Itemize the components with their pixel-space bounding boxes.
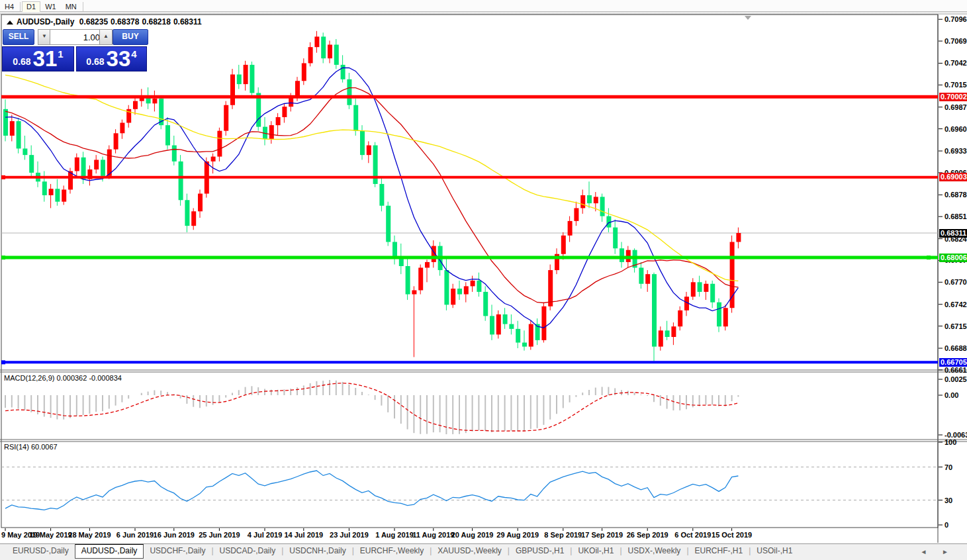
svg-text:0.67425: 0.67425 (944, 301, 967, 308)
svg-text:70: 70 (944, 463, 952, 471)
chart-tab-eurchf-h1[interactable]: EURCHF-,H1 (689, 544, 749, 558)
price-tag-0.68311: 0.68311 (939, 229, 967, 238)
svg-text:0.70695: 0.70695 (944, 37, 967, 45)
svg-text:0.002574: 0.002574 (944, 375, 967, 383)
svg-text:6 Jun 2019: 6 Jun 2019 (116, 531, 154, 539)
chart-svg[interactable]: 0.709650.706950.704200.701500.698750.696… (0, 0, 967, 560)
svg-text:17 Sep 2019: 17 Sep 2019 (581, 531, 623, 539)
svg-text:29 Aug 2019: 29 Aug 2019 (496, 531, 539, 539)
svg-text:4 Jul 2019: 4 Jul 2019 (248, 531, 283, 539)
chart-tab-usdcnh-daily[interactable]: USDCNH-,Daily (283, 544, 351, 558)
svg-text:0.70965: 0.70965 (944, 15, 967, 23)
symbol-period-label: AUDUSD-,Daily (17, 17, 74, 26)
svg-text:20 Aug 2019: 20 Aug 2019 (451, 531, 494, 539)
svg-text:0.67155: 0.67155 (944, 322, 967, 330)
chart-tab-audusd-daily[interactable]: AUDUSD-,Daily (75, 544, 144, 559)
volume-input[interactable] (50, 29, 106, 45)
chart-canvas[interactable]: 0.709650.706950.704200.701500.698750.696… (0, 0, 967, 560)
svg-text:15 Oct 2019: 15 Oct 2019 (712, 531, 752, 539)
svg-text:0.69605: 0.69605 (944, 125, 967, 133)
svg-text:28 May 2019: 28 May 2019 (68, 531, 111, 539)
chart-tab-usdx-weekly[interactable]: USDX-,Weekly (622, 544, 687, 558)
close-value: 0.68311 (173, 17, 202, 26)
svg-text:0.00: 0.00 (944, 391, 958, 399)
collapse-icon[interactable] (7, 21, 13, 24)
price-tag-0.68006: 0.68006 (939, 254, 967, 262)
chart-tab-usdchf-daily[interactable]: USDCHF-,Daily (144, 544, 211, 558)
svg-text:16 Jun 2019: 16 Jun 2019 (154, 531, 195, 539)
buy-price-prefix: 0.68 (86, 54, 104, 69)
chart-tab-usoil-h1[interactable]: USOil-,H1 (751, 544, 798, 558)
svg-text:0.66880: 0.66880 (944, 344, 967, 352)
svg-text:0.70420: 0.70420 (944, 59, 967, 67)
svg-text:1 Aug 2019: 1 Aug 2019 (375, 531, 414, 539)
symbol-tab-bar: EURUSD-,DailyAUDUSD-,DailyUSDCHF-,Daily|… (0, 543, 967, 560)
sell-price-prefix: 0.68 (13, 54, 30, 69)
chart-tab-ukoil-h1[interactable]: UKOil-,H1 (572, 544, 620, 558)
sell-quote-box[interactable]: 0.68 31 1 (2, 46, 74, 71)
svg-text:0.69330: 0.69330 (944, 147, 967, 155)
chart-tab-gbpusd-h1[interactable]: GBPUSD-,H1 (510, 544, 570, 558)
rsi-label: RSI(14) 60.0067 (4, 443, 58, 451)
high-value: 0.68378 (111, 17, 139, 26)
svg-text:25 Jun 2019: 25 Jun 2019 (199, 531, 240, 539)
svg-text:0: 0 (944, 521, 948, 529)
chart-tab-xauusd-weekly[interactable]: XAUUSD-,Weekly (432, 544, 507, 558)
macd-label: MACD(12,26,9) 0.000362 -0.000834 (4, 374, 122, 382)
price-tag-0.66705: 0.66705 (939, 358, 967, 367)
svg-text:0.67700: 0.67700 (944, 278, 967, 286)
svg-text:0.68515: 0.68515 (944, 212, 967, 220)
svg-text:14 Jul 2019: 14 Jul 2019 (284, 531, 323, 539)
svg-text:8 Sep 2019: 8 Sep 2019 (544, 531, 582, 539)
chart-title: AUDUSD-,Daily 0.682350.683780.682180.683… (7, 17, 205, 26)
buy-button[interactable]: BUY (113, 29, 148, 45)
sell-button[interactable]: SELL (3, 29, 34, 45)
tab-scroll-arrows[interactable]: ◄ ► (920, 548, 955, 555)
svg-text:0.68785: 0.68785 (944, 191, 967, 199)
chart-tab-eurchf-weekly[interactable]: EURCHF-,Weekly (354, 544, 430, 558)
open-value: 0.68235 (79, 17, 108, 26)
buy-quote-box[interactable]: 0.68 33 4 (76, 46, 147, 71)
svg-text:0.70150: 0.70150 (944, 81, 967, 89)
svg-text:26 Sep 2019: 26 Sep 2019 (627, 531, 668, 539)
svg-text:0.69875: 0.69875 (944, 103, 967, 111)
svg-text:100: 100 (944, 438, 956, 446)
svg-text:23 Jul 2019: 23 Jul 2019 (330, 531, 369, 539)
svg-text:0.66610: 0.66610 (944, 366, 967, 374)
sell-price-pipette: 1 (58, 48, 63, 60)
chart-tab-eurusd-daily[interactable]: EURUSD-,Daily (7, 544, 75, 558)
svg-text:6 Oct 2019: 6 Oct 2019 (674, 531, 711, 539)
trading-terminal-window: H4D1W1MN 0.709650.706950.704200.701500.6… (0, 0, 967, 560)
volume-increase-button[interactable]: ▲ (99, 29, 113, 45)
buy-price-pipette: 4 (131, 48, 136, 60)
svg-text:19 May 2019: 19 May 2019 (29, 531, 71, 539)
buy-price-big: 33 (107, 49, 131, 69)
low-value: 0.68218 (142, 17, 170, 26)
price-tag-0.70002: 0.70002 (939, 93, 967, 101)
price-tag-0.69003: 0.69003 (939, 173, 967, 181)
volume-decrease-button[interactable]: ▼ (38, 29, 51, 45)
chart-tab-usdcad-daily[interactable]: USDCAD-,Daily (214, 544, 282, 558)
sell-price-big: 31 (33, 49, 58, 69)
svg-text:30: 30 (944, 496, 952, 504)
svg-text:11 Aug 2019: 11 Aug 2019 (412, 531, 454, 539)
